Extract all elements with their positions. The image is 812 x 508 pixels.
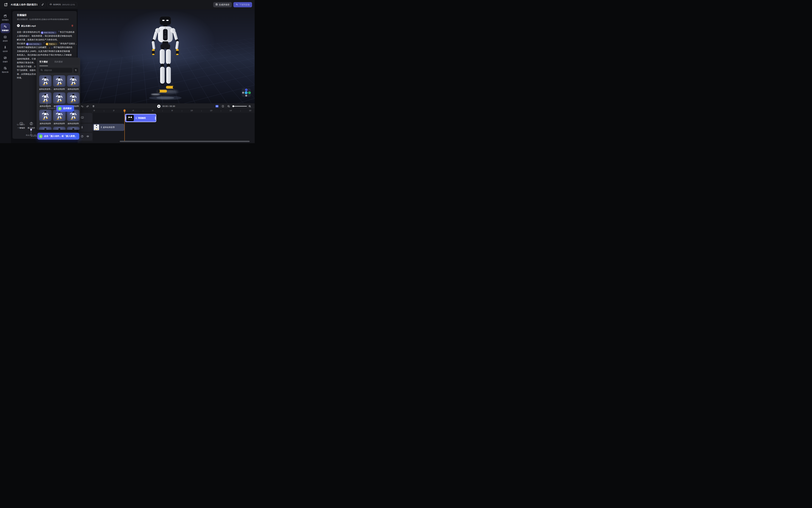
- material-thumbnail[interactable]: [53, 75, 66, 87]
- material-item-7[interactable]: 超帅走路姿势: [53, 110, 66, 125]
- gizmo-y-axis[interactable]: Y: [245, 91, 247, 94]
- material-item-6[interactable]: 超帅走路姿势: [39, 110, 51, 125]
- delete-audio-button[interactable]: [71, 25, 74, 28]
- material-thumbnail[interactable]: [39, 127, 51, 130]
- ruler-tick: [104, 110, 104, 112]
- connector-dot-insert: [30, 129, 32, 131]
- connector-line-insert: [31, 131, 31, 136]
- material-item-partial-2[interactable]: [67, 127, 79, 130]
- undo-button[interactable]: [80, 103, 84, 109]
- one-click-arrange-button[interactable]: AI 一键编排: [16, 122, 27, 129]
- material-item-3[interactable]: 超帅走路姿势: [39, 92, 51, 108]
- orientation-gizmo[interactable]: Z Y X: [242, 88, 251, 97]
- material-item-partial-1[interactable]: [53, 127, 66, 130]
- playhead-line[interactable]: [124, 109, 125, 141]
- tag-close-icon[interactable]: ×: [55, 43, 56, 45]
- expression-tag[interactable]: 哈哈大笑(10s)×: [26, 43, 42, 46]
- filter-button[interactable]: [74, 68, 78, 73]
- motion-thumbnail: [94, 125, 99, 130]
- motion-tag[interactable]: 弯腰(5s)×: [45, 43, 57, 46]
- material-thumbnail[interactable]: [67, 92, 79, 104]
- transcript-text: 主移动机器人 (AMR)，以及为医疗和酒店业量身定制的服: [17, 50, 70, 52]
- quote-mark: 」: [42, 35, 44, 37]
- expression-track-header[interactable]: [79, 113, 92, 123]
- redo-button[interactable]: [86, 103, 89, 109]
- timeline-zoom-slider[interactable]: [233, 106, 247, 107]
- tutorial-step-1: 1 点击「插入动作」或「插入表情」: [37, 133, 79, 139]
- deploy-to-device-button[interactable]: 下发到设备: [233, 2, 252, 7]
- material-thumbnail[interactable]: [39, 92, 51, 104]
- search-input[interactable]: [44, 69, 68, 72]
- insert-motion-icon: [30, 122, 33, 126]
- app-root: A1机器人动作-我的项目1 保存时间 26/01/03 12:01 合成并保存: [0, 0, 255, 143]
- speaker-icon[interactable]: [86, 135, 89, 138]
- material-thumbnail[interactable]: [53, 92, 66, 104]
- gizmo-neg-z[interactable]: [245, 95, 247, 96]
- material-item-2[interactable]: 超帅走路姿势: [67, 75, 79, 90]
- quote-mark: 」: [49, 46, 51, 48]
- transcript-text: 效率执行复杂任务。: [17, 61, 36, 64]
- fit-timeline-button[interactable]: [215, 103, 219, 109]
- sidebar-item-0[interactable]: 动作模仿: [1, 13, 10, 22]
- clip-left-handle[interactable]: [126, 117, 126, 120]
- synthesize-save-label: 合成并保存: [219, 3, 230, 6]
- motion-track-header[interactable]: [79, 124, 92, 132]
- zoom-in-button[interactable]: [248, 103, 252, 109]
- edit-title-button[interactable]: [40, 2, 45, 7]
- material-thumbnail[interactable]: [39, 110, 51, 121]
- walking-person-icon: [100, 126, 102, 128]
- track-view-button[interactable]: [221, 103, 225, 109]
- timeline-scrollbar[interactable]: [120, 141, 250, 142]
- timeline-ruler[interactable]: 0f2f4f6f8f10f12f14f16f: [92, 109, 255, 113]
- gizmo-neg-x[interactable]: [242, 92, 244, 94]
- delete-clip-button[interactable]: [91, 103, 95, 109]
- sidebar-nav: 动作模仿音频编排表情库动作库音频库我的任务: [0, 9, 10, 143]
- synthesize-save-button[interactable]: 合成并保存: [213, 2, 232, 7]
- quote-mark: 」: [51, 46, 53, 48]
- tag-label: 哈哈大笑(10s): [44, 32, 54, 34]
- material-thumbnail[interactable]: [67, 75, 79, 87]
- step-1-badge: 1: [39, 134, 43, 138]
- timeline-tracks[interactable]: 害羞微笑 超帅走路姿势: [92, 113, 255, 140]
- audio-track-header[interactable]: [79, 133, 92, 140]
- motion-clip[interactable]: 超帅走路姿势: [93, 124, 124, 131]
- search-box[interactable]: [39, 68, 72, 73]
- sidebar-item-2[interactable]: 表情库: [1, 34, 10, 43]
- material-tab-1[interactable]: 我的素材: [54, 60, 63, 65]
- material-thumbnail[interactable]: [53, 127, 66, 130]
- expression-tag[interactable]: 哈哈大笑(10s)×: [41, 31, 57, 34]
- material-tab-0[interactable]: 官方素材: [39, 60, 48, 65]
- tabs-divider: [37, 66, 80, 66]
- sidebar-item-4[interactable]: 音频库: [1, 55, 10, 64]
- gizmo-x-axis[interactable]: X: [248, 91, 251, 94]
- material-thumbnail[interactable]: [39, 75, 51, 87]
- play-button[interactable]: [157, 103, 161, 109]
- expression-clip[interactable]: 害羞微笑: [125, 114, 156, 122]
- sidebar-item-5[interactable]: 我的任务: [1, 65, 10, 75]
- insert-motion-button[interactable]: 插入动作: [26, 122, 37, 129]
- zoom-slider-knob[interactable]: [232, 105, 234, 107]
- material-item-1[interactable]: 超帅走路姿势: [53, 75, 66, 90]
- sidebar-item-3[interactable]: 动作库: [1, 44, 10, 54]
- tag-close-icon[interactable]: ×: [55, 32, 56, 34]
- material-item-partial-0[interactable]: [39, 127, 51, 130]
- zoom-out-button[interactable]: [227, 103, 231, 109]
- playhead-handle[interactable]: [123, 110, 126, 113]
- material-item-8[interactable]: 超帅走路姿势: [67, 110, 79, 125]
- viewport-3d[interactable]: Z Y X: [78, 9, 255, 103]
- gizmo-z-axis[interactable]: Z: [245, 89, 247, 91]
- sidebar-item-1[interactable]: 音频编排: [1, 23, 10, 33]
- tag-close-icon[interactable]: ×: [40, 43, 41, 45]
- tasks-icon: [4, 67, 7, 71]
- connector-line-material: [47, 96, 47, 108]
- play-audio-button[interactable]: [17, 24, 20, 28]
- transcript-text: 人系统的设计、制造和部署: [17, 35, 42, 37]
- material-label: 超帅走路姿势: [67, 122, 79, 125]
- clip-right-handle[interactable]: [155, 117, 156, 120]
- saved-cloud-icon: [49, 3, 52, 6]
- material-label: 超帅走路姿势: [53, 88, 66, 90]
- material-item-0[interactable]: 超帅走路姿势...: [39, 75, 51, 90]
- robot-model[interactable]: [126, 15, 204, 102]
- material-thumbnail[interactable]: [67, 127, 79, 130]
- ruler-label-8f: 8f: [171, 110, 173, 112]
